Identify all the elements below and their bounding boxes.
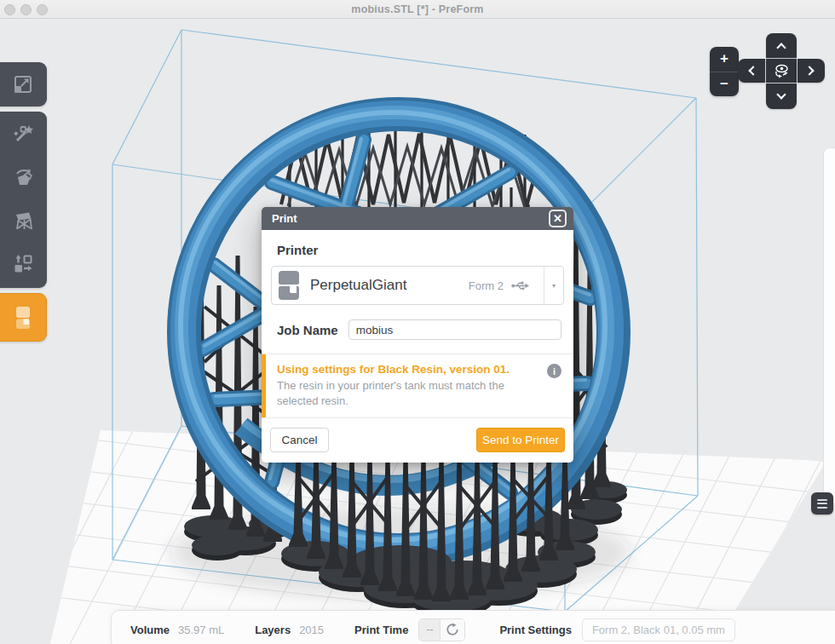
layout-icon [12,253,34,275]
print-settings-value-box[interactable]: Form 2, Black 01, 0.05 mm [582,618,735,641]
printer-dropdown-caret[interactable]: ▾ [544,282,563,290]
zoom-out-button[interactable]: − [710,72,739,97]
pan-down-button[interactable] [766,83,797,109]
resin-warning: Using settings for Black Resin, version … [262,354,573,417]
close-icon: ✕ [553,212,562,225]
window-title: mobius.STL [*] - PreForm [351,3,483,15]
layers-stat: Layers 2015 [255,624,324,636]
app-window: mobius.STL [*] - PreForm [0,0,835,644]
form2-printer-icon [279,271,299,300]
scale-icon [12,73,34,95]
tool-print-button[interactable] [0,293,47,342]
tool-supports-button[interactable] [0,198,47,242]
volume-label: Volume [130,624,170,636]
printer-section-label: Printer [262,230,573,257]
title-bar: mobius.STL [*] - PreForm [0,0,835,19]
pan-right-button[interactable] [798,59,825,83]
print-settings-stat: Print Settings Form 2, Black 01, 0.05 mm [499,618,735,641]
pan-up-button[interactable] [766,33,797,58]
zoom-control: + − [710,47,739,96]
volume-stat: Volume 35.97 mL [130,624,224,636]
window-controls [0,0,48,19]
model-list-toggle-button[interactable] [811,492,833,515]
close-dialog-button[interactable]: ✕ [549,210,567,227]
job-name-label: Job Name [277,323,338,337]
minimize-window-button[interactable] [20,4,32,15]
print-time-value: -- [419,619,441,641]
chevron-down-icon [776,89,786,99]
zoom-in-button[interactable]: + [710,47,739,72]
zoom-window-button[interactable] [37,4,48,15]
volume-value: 35.97 mL [178,624,224,636]
tool-orient-button[interactable] [0,155,47,198]
supports-icon [12,210,34,232]
print-icon [12,305,34,331]
print-dialog-header[interactable]: Print ✕ [262,207,573,230]
usb-icon [511,279,530,292]
print-dialog-body: Printer PerpetualGiant Form 2 ▾ [262,230,573,463]
print-time-stat: Print Time -- [354,618,465,641]
job-name-row: Job Name [262,305,573,354]
refresh-print-time-button[interactable] [441,619,464,641]
tool-size-button[interactable] [0,62,47,106]
print-time-widget: -- [418,618,465,641]
tool-layout-button[interactable] [0,242,47,285]
status-bar: Volume 35.97 mL Layers 2015 Print Time -… [111,610,835,644]
orbit-view-button[interactable] [766,59,797,83]
cancel-button[interactable]: Cancel [270,428,329,452]
print-settings-value: Form 2, Black 01, 0.05 mm [592,624,725,636]
one-click-print-icon [12,123,34,145]
layers-value: 2015 [299,624,324,636]
print-dialog: Print ✕ Printer PerpetualGiant Form 2 [262,207,573,463]
send-to-printer-button[interactable]: Send to Printer [476,428,565,452]
info-icon[interactable]: i [547,364,561,378]
warning-title: Using settings for Black Resin, version … [277,363,538,376]
tool-one-click-print-button[interactable] [0,112,47,155]
refresh-icon [446,623,459,636]
chevron-up-icon [776,43,786,52]
print-settings-label: Print Settings [499,624,572,636]
printer-name: PerpetualGiant [310,277,469,294]
close-window-button[interactable] [4,4,15,15]
printer-select[interactable]: PerpetualGiant Form 2 ▾ [271,266,564,305]
model-list-scrollbar[interactable] [823,147,835,504]
job-name-input[interactable] [348,319,561,340]
list-icon [817,499,827,501]
print-time-label: Print Time [354,624,408,636]
pan-left-button[interactable] [738,59,765,83]
chevron-left-icon [748,66,757,75]
layers-label: Layers [255,624,291,636]
chevron-right-icon [804,66,814,75]
dialog-footer: Cancel Send to Printer [262,418,573,463]
printer-model: Form 2 [469,279,504,292]
warning-body: The resin in your printer's tank must ma… [277,378,538,408]
orient-icon [12,166,34,188]
orbit-icon [772,61,791,80]
tool-group [0,112,47,288]
dialog-title: Print [272,212,297,225]
